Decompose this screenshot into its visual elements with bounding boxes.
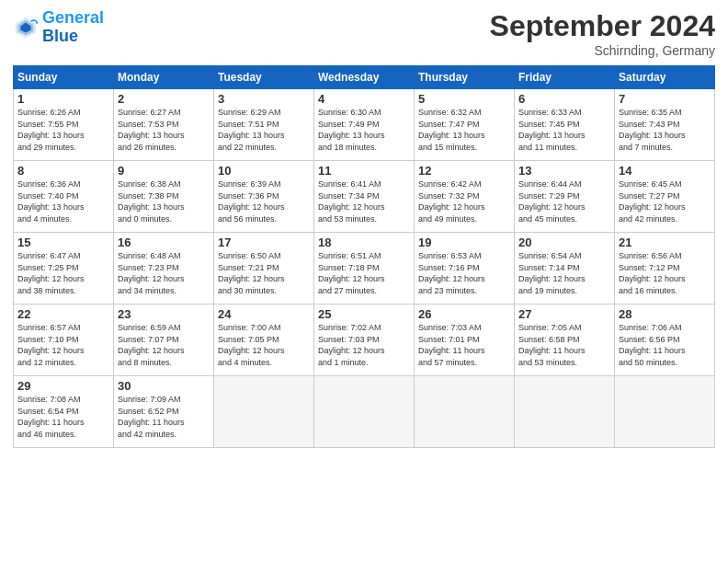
day-info: Sunrise: 7:09 AM Sunset: 6:52 PM Dayligh… xyxy=(118,394,210,440)
day-info: Sunrise: 6:47 AM Sunset: 7:25 PM Dayligh… xyxy=(17,250,109,296)
calendar-day-cell: 28Sunrise: 7:06 AM Sunset: 6:56 PM Dayli… xyxy=(615,304,715,376)
month-title: September 2024 xyxy=(490,9,715,43)
day-number: 17 xyxy=(218,236,310,249)
day-number: 26 xyxy=(418,307,510,321)
day-number: 11 xyxy=(318,164,410,178)
page-container: General Blue September 2024 Schirnding, … xyxy=(0,0,728,457)
calendar-day-cell: 4Sunrise: 6:30 AM Sunset: 7:49 PM Daylig… xyxy=(314,89,415,161)
day-info: Sunrise: 6:35 AM Sunset: 7:43 PM Dayligh… xyxy=(619,107,711,153)
calendar-day-cell: 25Sunrise: 7:02 AM Sunset: 7:03 PM Dayli… xyxy=(314,304,415,376)
col-header-tuesday: Tuesday xyxy=(214,66,314,89)
day-info: Sunrise: 6:30 AM Sunset: 7:49 PM Dayligh… xyxy=(318,107,410,153)
day-info: Sunrise: 6:44 AM Sunset: 7:29 PM Dayligh… xyxy=(518,178,610,224)
day-info: Sunrise: 6:57 AM Sunset: 7:10 PM Dayligh… xyxy=(17,322,109,368)
calendar-week-row: 15Sunrise: 6:47 AM Sunset: 7:25 PM Dayli… xyxy=(14,233,715,304)
day-number: 7 xyxy=(619,92,711,106)
day-number: 23 xyxy=(118,307,210,321)
calendar-day-cell: 29Sunrise: 7:08 AM Sunset: 6:54 PM Dayli… xyxy=(14,376,114,448)
calendar-week-row: 22Sunrise: 6:57 AM Sunset: 7:10 PM Dayli… xyxy=(14,304,715,376)
day-number: 21 xyxy=(619,236,711,249)
logo-text: General Blue xyxy=(42,9,104,46)
day-number: 25 xyxy=(318,307,410,321)
calendar-day-cell xyxy=(314,376,415,448)
day-number: 27 xyxy=(518,307,610,321)
day-info: Sunrise: 7:06 AM Sunset: 6:56 PM Dayligh… xyxy=(619,322,711,368)
day-number: 30 xyxy=(118,379,210,393)
day-info: Sunrise: 6:56 AM Sunset: 7:12 PM Dayligh… xyxy=(619,250,711,296)
calendar-day-cell: 8Sunrise: 6:36 AM Sunset: 7:40 PM Daylig… xyxy=(14,161,114,233)
calendar-day-cell: 13Sunrise: 6:44 AM Sunset: 7:29 PM Dayli… xyxy=(515,161,615,233)
day-number: 16 xyxy=(118,236,210,249)
day-number: 1 xyxy=(17,92,109,106)
day-info: Sunrise: 6:38 AM Sunset: 7:38 PM Dayligh… xyxy=(118,178,210,224)
day-info: Sunrise: 6:45 AM Sunset: 7:27 PM Dayligh… xyxy=(619,178,711,224)
calendar-day-cell: 23Sunrise: 6:59 AM Sunset: 7:07 PM Dayli… xyxy=(114,304,214,376)
col-header-sunday: Sunday xyxy=(14,66,114,89)
calendar-day-cell: 21Sunrise: 6:56 AM Sunset: 7:12 PM Dayli… xyxy=(615,233,715,304)
day-info: Sunrise: 7:08 AM Sunset: 6:54 PM Dayligh… xyxy=(17,394,109,440)
day-info: Sunrise: 6:39 AM Sunset: 7:36 PM Dayligh… xyxy=(218,178,310,224)
day-info: Sunrise: 6:50 AM Sunset: 7:21 PM Dayligh… xyxy=(218,250,310,296)
calendar-day-cell: 26Sunrise: 7:03 AM Sunset: 7:01 PM Dayli… xyxy=(415,304,515,376)
day-info: Sunrise: 6:33 AM Sunset: 7:45 PM Dayligh… xyxy=(518,107,610,153)
col-header-saturday: Saturday xyxy=(615,66,715,89)
day-number: 13 xyxy=(518,164,610,178)
day-info: Sunrise: 6:51 AM Sunset: 7:18 PM Dayligh… xyxy=(318,250,410,296)
day-info: Sunrise: 6:41 AM Sunset: 7:34 PM Dayligh… xyxy=(318,178,410,224)
calendar-day-cell: 15Sunrise: 6:47 AM Sunset: 7:25 PM Dayli… xyxy=(14,233,114,304)
day-info: Sunrise: 7:05 AM Sunset: 6:58 PM Dayligh… xyxy=(518,322,610,368)
calendar-week-row: 1Sunrise: 6:26 AM Sunset: 7:55 PM Daylig… xyxy=(14,89,715,161)
day-number: 4 xyxy=(318,92,410,106)
header: General Blue September 2024 Schirnding, … xyxy=(13,9,715,58)
day-info: Sunrise: 6:42 AM Sunset: 7:32 PM Dayligh… xyxy=(418,178,510,224)
calendar-table: SundayMondayTuesdayWednesdayThursdayFrid… xyxy=(13,65,715,448)
calendar-day-cell: 20Sunrise: 6:54 AM Sunset: 7:14 PM Dayli… xyxy=(515,233,615,304)
day-number: 20 xyxy=(518,236,610,249)
calendar-day-cell: 16Sunrise: 6:48 AM Sunset: 7:23 PM Dayli… xyxy=(114,233,214,304)
calendar-day-cell: 17Sunrise: 6:50 AM Sunset: 7:21 PM Dayli… xyxy=(214,233,314,304)
day-info: Sunrise: 6:36 AM Sunset: 7:40 PM Dayligh… xyxy=(17,178,109,224)
day-number: 14 xyxy=(619,164,711,178)
day-number: 2 xyxy=(118,92,210,106)
calendar-day-cell: 30Sunrise: 7:09 AM Sunset: 6:52 PM Dayli… xyxy=(114,376,214,448)
calendar-day-cell: 6Sunrise: 6:33 AM Sunset: 7:45 PM Daylig… xyxy=(515,89,615,161)
calendar-day-cell: 5Sunrise: 6:32 AM Sunset: 7:47 PM Daylig… xyxy=(415,89,515,161)
day-number: 6 xyxy=(518,92,610,106)
logo-general: General xyxy=(42,8,104,27)
day-number: 29 xyxy=(17,379,109,393)
day-info: Sunrise: 6:32 AM Sunset: 7:47 PM Dayligh… xyxy=(418,107,510,153)
calendar-day-cell: 7Sunrise: 6:35 AM Sunset: 7:43 PM Daylig… xyxy=(615,89,715,161)
col-header-friday: Friday xyxy=(515,66,615,89)
day-info: Sunrise: 6:27 AM Sunset: 7:53 PM Dayligh… xyxy=(118,107,210,153)
day-number: 15 xyxy=(17,236,109,249)
calendar-day-cell: 14Sunrise: 6:45 AM Sunset: 7:27 PM Dayli… xyxy=(615,161,715,233)
day-number: 19 xyxy=(418,236,510,249)
location-subtitle: Schirnding, Germany xyxy=(490,43,715,58)
calendar-day-cell xyxy=(515,376,615,448)
calendar-day-cell xyxy=(615,376,715,448)
logo-blue: Blue xyxy=(42,28,104,46)
calendar-day-cell: 27Sunrise: 7:05 AM Sunset: 6:58 PM Dayli… xyxy=(515,304,615,376)
calendar-day-cell: 10Sunrise: 6:39 AM Sunset: 7:36 PM Dayli… xyxy=(214,161,314,233)
day-number: 9 xyxy=(118,164,210,178)
col-header-thursday: Thursday xyxy=(415,66,515,89)
calendar-header-row: SundayMondayTuesdayWednesdayThursdayFrid… xyxy=(14,66,715,89)
day-info: Sunrise: 6:29 AM Sunset: 7:51 PM Dayligh… xyxy=(218,107,310,153)
calendar-day-cell xyxy=(214,376,314,448)
calendar-week-row: 29Sunrise: 7:08 AM Sunset: 6:54 PM Dayli… xyxy=(14,376,715,448)
logo: General Blue xyxy=(13,9,104,46)
calendar-day-cell: 24Sunrise: 7:00 AM Sunset: 7:05 PM Dayli… xyxy=(214,304,314,376)
calendar-week-row: 8Sunrise: 6:36 AM Sunset: 7:40 PM Daylig… xyxy=(14,161,715,233)
calendar-day-cell: 1Sunrise: 6:26 AM Sunset: 7:55 PM Daylig… xyxy=(14,89,114,161)
calendar-day-cell: 19Sunrise: 6:53 AM Sunset: 7:16 PM Dayli… xyxy=(415,233,515,304)
calendar-day-cell: 12Sunrise: 6:42 AM Sunset: 7:32 PM Dayli… xyxy=(415,161,515,233)
day-number: 3 xyxy=(218,92,310,106)
day-info: Sunrise: 6:54 AM Sunset: 7:14 PM Dayligh… xyxy=(518,250,610,296)
day-number: 8 xyxy=(17,164,109,178)
calendar-day-cell xyxy=(415,376,515,448)
day-number: 5 xyxy=(418,92,510,106)
calendar-day-cell: 3Sunrise: 6:29 AM Sunset: 7:51 PM Daylig… xyxy=(214,89,314,161)
day-info: Sunrise: 6:48 AM Sunset: 7:23 PM Dayligh… xyxy=(118,250,210,296)
calendar-day-cell: 9Sunrise: 6:38 AM Sunset: 7:38 PM Daylig… xyxy=(114,161,214,233)
day-info: Sunrise: 7:02 AM Sunset: 7:03 PM Dayligh… xyxy=(318,322,410,368)
